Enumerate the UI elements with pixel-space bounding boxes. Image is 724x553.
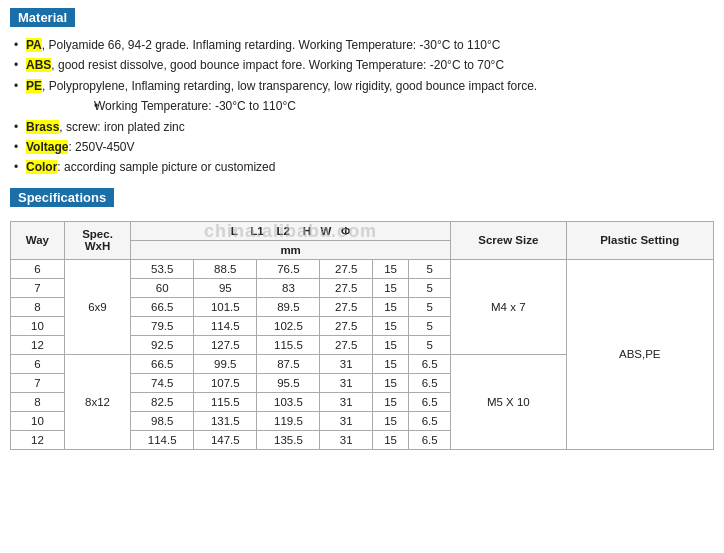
col-plastic-setting: Plastic Setting [566, 221, 714, 259]
cell-h: 27.5 [320, 297, 372, 316]
cell-way: 6 [11, 259, 65, 278]
cell-h: 31 [320, 354, 372, 373]
cell-w: 15 [372, 430, 408, 449]
color-highlight: Color [26, 160, 57, 174]
color-text: : according sample picture or customized [57, 160, 275, 174]
cell-way: 7 [11, 373, 65, 392]
cell-phi: 5 [409, 316, 451, 335]
table-header-row: Way Spec.WxH L L1 L2 H W Φ china.alibaba… [11, 221, 714, 240]
cell-way: 10 [11, 411, 65, 430]
cell-l1: 99.5 [194, 354, 257, 373]
cell-l: 66.5 [131, 354, 194, 373]
cell-l: 74.5 [131, 373, 194, 392]
cell-way: 8 [11, 297, 65, 316]
cell-phi: 6.5 [409, 392, 451, 411]
cell-w: 15 [372, 259, 408, 278]
cell-l1: 115.5 [194, 392, 257, 411]
specifications-section: Specifications Way Spec.WxH L L1 L2 H W … [10, 188, 714, 450]
cell-l2: 83 [257, 278, 320, 297]
pa-highlight: PA [26, 38, 42, 52]
cell-l2: 76.5 [257, 259, 320, 278]
cell-phi: 6.5 [409, 354, 451, 373]
cell-phi: 5 [409, 335, 451, 354]
cell-l2: 102.5 [257, 316, 320, 335]
list-item: Color: according sample picture or custo… [14, 157, 714, 177]
cell-w: 15 [372, 373, 408, 392]
cell-l1: 147.5 [194, 430, 257, 449]
cell-l1: 107.5 [194, 373, 257, 392]
cell-l1: 88.5 [194, 259, 257, 278]
cell-screw: M4 x 7 [451, 259, 566, 354]
cell-l1: 114.5 [194, 316, 257, 335]
cell-way: 10 [11, 316, 65, 335]
cell-w: 15 [372, 411, 408, 430]
cell-l: 60 [131, 278, 194, 297]
cell-l: 82.5 [131, 392, 194, 411]
cell-l1: 127.5 [194, 335, 257, 354]
list-item: Brass, screw: iron plated zinc [14, 117, 714, 137]
list-item: ABS, good resist dissolve, good bounce i… [14, 55, 714, 75]
cell-l2: 135.5 [257, 430, 320, 449]
col-dimensions-group: L L1 L2 H W Φ china.alibaba.com [131, 221, 451, 240]
cell-h: 27.5 [320, 259, 372, 278]
cell-phi: 5 [409, 278, 451, 297]
list-item: Voltage: 250V-450V [14, 137, 714, 157]
cell-phi: 5 [409, 259, 451, 278]
cell-h: 31 [320, 411, 372, 430]
table-body: 6 6x9 53.5 88.5 76.5 27.5 15 5 M4 x 7 AB… [11, 259, 714, 449]
cell-w: 15 [372, 278, 408, 297]
cell-l2: 95.5 [257, 373, 320, 392]
cell-l: 66.5 [131, 297, 194, 316]
cell-h: 27.5 [320, 278, 372, 297]
cell-way: 12 [11, 335, 65, 354]
cell-l2: 103.5 [257, 392, 320, 411]
pe-indent-text: Working Temperature: -30°C to 110°C [94, 99, 296, 113]
cell-w: 15 [372, 354, 408, 373]
pa-text: , Polyamide 66, 94-2 grade. Inflaming re… [42, 38, 501, 52]
abs-text: , good resist dissolve, good bounce impa… [51, 58, 504, 72]
cell-spec: 8x12 [64, 354, 130, 449]
material-header: Material [10, 8, 75, 27]
cell-phi: 5 [409, 297, 451, 316]
cell-l: 53.5 [131, 259, 194, 278]
cell-l: 114.5 [131, 430, 194, 449]
cell-way: 7 [11, 278, 65, 297]
list-item: PA, Polyamide 66, 94-2 grade. Inflaming … [14, 35, 714, 55]
voltage-highlight: Voltage [26, 140, 68, 154]
cell-w: 15 [372, 316, 408, 335]
cell-l1: 131.5 [194, 411, 257, 430]
cell-l2: 115.5 [257, 335, 320, 354]
cell-l1: 101.5 [194, 297, 257, 316]
cell-l: 92.5 [131, 335, 194, 354]
cell-h: 27.5 [320, 316, 372, 335]
cell-way: 6 [11, 354, 65, 373]
abs-highlight: ABS [26, 58, 51, 72]
cell-phi: 6.5 [409, 411, 451, 430]
specifications-table: Way Spec.WxH L L1 L2 H W Φ china.alibaba… [10, 221, 714, 450]
cell-phi: 6.5 [409, 373, 451, 392]
brass-text: , screw: iron plated zinc [59, 120, 184, 134]
cell-l: 79.5 [131, 316, 194, 335]
col-screw-size: Screw Size [451, 221, 566, 259]
cell-spec: 6x9 [64, 259, 130, 354]
cell-h: 27.5 [320, 335, 372, 354]
material-list: PA, Polyamide 66, 94-2 grade. Inflaming … [10, 35, 714, 178]
voltage-text: : 250V-450V [68, 140, 134, 154]
list-item: PE, Polypropylene, Inflaming retarding, … [14, 76, 714, 96]
cell-w: 15 [372, 392, 408, 411]
cell-l2: 119.5 [257, 411, 320, 430]
col-way: Way [11, 221, 65, 259]
brass-highlight: Brass [26, 120, 59, 134]
cell-w: 15 [372, 335, 408, 354]
list-item-indent: Working Temperature: -30°C to 110°C [94, 96, 714, 116]
col-units: mm [131, 240, 451, 259]
cell-w: 15 [372, 297, 408, 316]
material-section: Material PA, Polyamide 66, 94-2 grade. I… [10, 8, 714, 178]
cell-h: 31 [320, 430, 372, 449]
cell-l: 98.5 [131, 411, 194, 430]
cell-plastic: ABS,PE [566, 259, 714, 449]
col-spec: Spec.WxH [64, 221, 130, 259]
cell-l2: 89.5 [257, 297, 320, 316]
specifications-header: Specifications [10, 188, 114, 207]
cell-h: 31 [320, 373, 372, 392]
